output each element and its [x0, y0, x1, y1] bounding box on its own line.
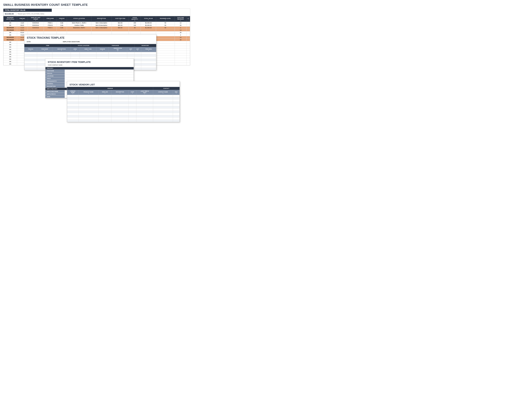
company-name: YOUR COMPANY NAME [45, 64, 134, 67]
sv-col-lead-time: LEAD TIME INDAYS▼ [136, 90, 153, 95]
col-qty: STOCKQUANTITY▼ [129, 16, 141, 22]
sv-data-row [67, 115, 180, 118]
col-description: DESCRIPTION▼ [91, 16, 112, 22]
sv-col-header: VENDORNAME▼ PRODUCT NAME▼ WEB LINK▼ DESC… [67, 90, 180, 95]
sv-data-row [67, 108, 180, 111]
inventory-header-row: REORDER(auto-fill)▼ ITEM NO.▼ DATE OF LA… [4, 16, 190, 22]
stock-tracking-title: STOCK TRACKING TEMPLATE [24, 35, 156, 40]
sv-data-row [67, 106, 180, 108]
col-it: IT▼ [187, 16, 190, 22]
stock-vendor-sheet: STOCK VENDOR LIST VENDOR CONTACT VENDORN… [67, 81, 180, 122]
si-field-price: PRICE [46, 77, 134, 80]
si-field-item-name: ITEM NAME [46, 70, 134, 72]
col-total: TOTAL VALUE▼ [141, 16, 156, 22]
st-data-row [25, 52, 156, 54]
page-title: SMALL BUSINESS INVENTORY COUNT SHEET TEM… [3, 3, 190, 7]
sv-group-contact: CONTACT [153, 87, 180, 90]
sv-group-vendor: VENDOR [67, 87, 153, 90]
stock-inventory-title: STOCK INVENTORY ITEM TEMPLATE [45, 59, 134, 64]
sv-data-row [67, 95, 180, 97]
st-col-header: ITEM NO.▼ ITEM NAME▼ DESCRIPTION▼ AREA▼ … [25, 47, 156, 52]
total-inventory-value: $13,550.00 [3, 12, 16, 16]
st-group-purchase: PURCHASE [96, 44, 134, 47]
sv-col-web-link: WEB LINK▼ [98, 90, 111, 95]
si-field-location: LOCATION [46, 75, 134, 77]
st-group-inventory: INVENTORY [134, 44, 156, 47]
total-note: *Based upon TOTAL VALUE fields, below. [16, 13, 45, 15]
col-reorder-level: REORDER LEVEL▼ [156, 16, 175, 22]
st-group-item: ITEM [25, 44, 71, 47]
sv-data-row [67, 104, 180, 106]
sv-data-row [67, 120, 180, 122]
st-col-qty: QTY▼ [134, 47, 141, 52]
sv-data-row [67, 118, 180, 120]
st-col-vendor: VENDOR▼ [96, 47, 108, 52]
col-vendor: VENDOR▼ [57, 16, 67, 22]
sv-col-product-name: PRODUCT NAME▼ [78, 90, 98, 95]
sv-data-row [67, 111, 180, 113]
stock-vendor-table: VENDOR CONTACT VENDORNAME▼ PRODUCT NAME▼… [67, 87, 180, 122]
st-data-row [25, 54, 156, 56]
st-col-area: AREA▼ [71, 47, 80, 52]
sv-col-description: DESCRIPTION▼ [111, 90, 128, 95]
sv-data-row [67, 99, 180, 102]
st-col-description: DESCRIPTION▼ [52, 47, 71, 52]
col-item-name: ITEM NAME▼ [44, 16, 57, 22]
col-location: STOCK LOCATION▼ [67, 16, 91, 22]
sv-data-row [67, 102, 180, 104]
st-group-location: STOCK LOCATION [71, 44, 96, 47]
sv-col-contact-name: CONTACT NAME▼ [153, 90, 173, 95]
col-cost: COST PER ITEM▼ [112, 16, 129, 22]
sv-data-row [67, 113, 180, 115]
sv-group-header: VENDOR CONTACT [67, 87, 180, 90]
st-col-vendor-item: VENDOR ITEMNO.▼ [108, 47, 127, 52]
si-field-item-no: ITEM NO. [46, 72, 134, 75]
st-col-item-name: ITEM NAME▼ [37, 47, 52, 52]
date-label: DATE [27, 41, 31, 43]
col-reorder: REORDER(auto-fill)▼ [4, 16, 17, 22]
si-section-item-info: ITEM INFO [46, 67, 134, 70]
st-col-item-no: ITEM NO.▼ [25, 47, 37, 52]
col-days: DAYS PERREORDER▼ [175, 16, 187, 22]
col-date: DATE OF LASTORDER▼ [28, 16, 44, 22]
total-inventory-label: TOTAL INVENTORY VALUE [3, 9, 52, 12]
sv-col-vendor-name: VENDORNAME▼ [67, 90, 78, 95]
col-item-no: ITEM NO.▼ [17, 16, 28, 22]
st-group-header: ITEM STOCK LOCATION PURCHASE INVENTORY [25, 44, 156, 47]
sv-col-email: EMA▼ [173, 90, 180, 95]
st-col-unit: UNIT▼ [127, 47, 134, 52]
st-col-item-area: ITEM AREA▼ [141, 47, 156, 52]
stock-vendor-title: STOCK VENDOR LIST [67, 81, 180, 87]
sv-data-row [67, 97, 180, 99]
sig-label: EMPLOYEE SIGNATURE [63, 41, 80, 43]
st-col-shelf: SHELF / BIN▼ [80, 47, 96, 52]
sv-col-cost: COST▼ [128, 90, 136, 95]
